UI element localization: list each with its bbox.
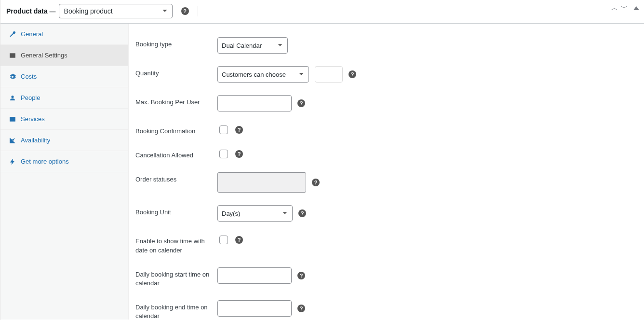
row-show-time: Enable to show time with date on calende…: [129, 229, 644, 262]
row-daily-start: Daily booking start time on calendar ?: [129, 263, 644, 295]
chart-icon: [9, 137, 16, 144]
row-quantity: Quantity Customers can choose ?: [129, 61, 644, 90]
title-divider: —: [50, 8, 56, 15]
sidebar-item-services[interactable]: Services: [0, 109, 128, 130]
chevron-down-icon[interactable]: ﹀: [621, 4, 628, 13]
sidebar-item-more-options[interactable]: Get more options: [0, 151, 128, 172]
cancellation-checkbox[interactable]: [219, 150, 228, 158]
label-booking-type: Booking type: [135, 37, 217, 49]
gear-icon: [9, 73, 16, 80]
help-icon[interactable]: ?: [312, 179, 320, 186]
row-daily-end: Daily booking end time on calendar ?: [129, 295, 644, 320]
help-icon[interactable]: ?: [235, 236, 243, 244]
product-data-panel: Product data — Booking product ? ︿ ﹀ Gen…: [0, 0, 644, 320]
label-daily-start: Daily booking start time on calendar: [135, 267, 217, 288]
vertical-divider: [198, 6, 198, 16]
label-quantity: Quantity: [135, 66, 217, 78]
collapse-triangle-icon[interactable]: [633, 6, 639, 10]
max-booking-input[interactable]: [217, 95, 292, 111]
sidebar-item-availability[interactable]: Availability: [0, 130, 128, 151]
daily-end-input[interactable]: [217, 300, 292, 317]
row-cancellation: Cancellation Allowed ?: [129, 143, 644, 167]
label-booking-unit: Booking Unit: [135, 205, 217, 217]
row-order-statuses: Order statuses ?: [129, 167, 644, 200]
settings-content: Booking type Dual Calendar Quantity Cust…: [129, 24, 644, 320]
help-icon[interactable]: ?: [235, 150, 243, 158]
sidebar-item-label: General Settings: [21, 52, 67, 59]
label-show-time: Enable to show time with date on calende…: [135, 234, 217, 254]
booking-type-select[interactable]: Dual Calendar: [217, 37, 288, 54]
panel-icon: [9, 52, 16, 59]
label-daily-end: Daily booking end time on calendar: [135, 300, 217, 320]
booking-unit-select[interactable]: Day(s): [217, 205, 293, 222]
sidebar-item-general[interactable]: General: [0, 24, 128, 45]
label-order-statuses: Order statuses: [135, 172, 217, 184]
help-icon[interactable]: ?: [297, 99, 305, 107]
sidebar: General General Settings Costs People Se…: [0, 24, 129, 320]
sidebar-item-costs[interactable]: Costs: [0, 66, 128, 87]
quantity-number-input[interactable]: [315, 66, 343, 83]
sidebar-item-general-settings[interactable]: General Settings: [0, 45, 128, 66]
chevron-up-icon[interactable]: ︿: [611, 4, 618, 13]
panel-header: Product data — Booking product ? ︿ ﹀: [0, 0, 644, 24]
help-icon[interactable]: ?: [298, 209, 306, 217]
person-icon: [9, 95, 16, 101]
booking-confirmation-checkbox[interactable]: [219, 125, 228, 134]
panel-order-controls: ︿ ﹀: [611, 4, 639, 13]
lightning-icon: [9, 158, 16, 165]
label-max-booking: Max. Booking Per User: [135, 95, 217, 107]
sidebar-item-label: General: [21, 30, 43, 38]
card-plus-icon: [9, 116, 16, 123]
help-icon[interactable]: ?: [349, 70, 356, 78]
sidebar-item-label: Get more options: [21, 158, 69, 165]
row-booking-type: Booking type Dual Calendar: [129, 32, 644, 61]
panel-body: General General Settings Costs People Se…: [0, 24, 644, 320]
row-max-booking: Max. Booking Per User ?: [129, 90, 644, 119]
panel-title: Product data: [6, 7, 48, 15]
label-booking-confirmation: Booking Confirmation: [135, 124, 217, 136]
quantity-select[interactable]: Customers can choose: [217, 66, 309, 83]
svg-rect-0: [10, 53, 15, 57]
sidebar-item-label: Availability: [21, 137, 50, 144]
help-icon[interactable]: ?: [297, 272, 305, 279]
order-statuses-multiselect[interactable]: [217, 172, 306, 193]
daily-start-input[interactable]: [217, 267, 292, 284]
help-icon[interactable]: ?: [297, 305, 305, 312]
wrench-icon: [9, 31, 16, 38]
help-icon[interactable]: ?: [181, 7, 189, 15]
row-booking-confirmation: Booking Confirmation ?: [129, 119, 644, 143]
sidebar-item-label: Costs: [21, 73, 37, 80]
product-type-select[interactable]: Booking product: [59, 4, 173, 18]
sidebar-item-people[interactable]: People: [0, 87, 128, 109]
sidebar-item-label: Services: [21, 115, 45, 123]
label-cancellation: Cancellation Allowed: [135, 148, 217, 160]
row-booking-unit: Booking Unit Day(s) ?: [129, 200, 644, 229]
show-time-checkbox[interactable]: [219, 236, 228, 244]
sidebar-item-label: People: [21, 94, 40, 101]
help-icon[interactable]: ?: [235, 126, 243, 134]
